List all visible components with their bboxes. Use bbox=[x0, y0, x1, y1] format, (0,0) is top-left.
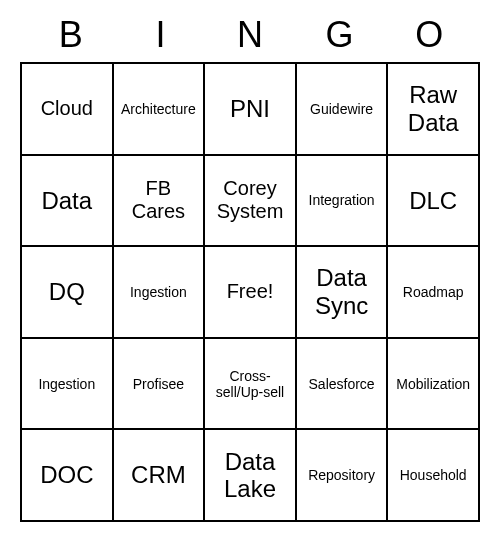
bingo-cell[interactable]: Repository bbox=[296, 429, 388, 521]
bingo-cell[interactable]: Corey System bbox=[204, 155, 296, 247]
bingo-cell[interactable]: Data Sync bbox=[296, 246, 388, 338]
bingo-header: B I N G O bbox=[20, 14, 480, 56]
bingo-grid: Cloud Architecture PNI Guidewire Raw Dat… bbox=[20, 62, 480, 522]
bingo-cell[interactable]: Profisee bbox=[113, 338, 205, 430]
bingo-cell[interactable]: Household bbox=[387, 429, 479, 521]
bingo-cell-free[interactable]: Free! bbox=[204, 246, 296, 338]
bingo-cell[interactable]: DQ bbox=[21, 246, 113, 338]
bingo-cell[interactable]: Guidewire bbox=[296, 63, 388, 155]
bingo-cell[interactable]: Integration bbox=[296, 155, 388, 247]
header-letter-o: O bbox=[384, 14, 474, 56]
bingo-cell[interactable]: Architecture bbox=[113, 63, 205, 155]
bingo-cell[interactable]: CRM bbox=[113, 429, 205, 521]
bingo-cell[interactable]: Roadmap bbox=[387, 246, 479, 338]
bingo-cell[interactable]: Raw Data bbox=[387, 63, 479, 155]
bingo-cell[interactable]: Data Lake bbox=[204, 429, 296, 521]
header-letter-i: I bbox=[116, 14, 206, 56]
header-letter-n: N bbox=[205, 14, 295, 56]
bingo-cell[interactable]: Mobilization bbox=[387, 338, 479, 430]
bingo-cell[interactable]: Ingestion bbox=[21, 338, 113, 430]
header-letter-b: B bbox=[26, 14, 116, 56]
bingo-cell[interactable]: PNI bbox=[204, 63, 296, 155]
bingo-cell[interactable]: Cloud bbox=[21, 63, 113, 155]
bingo-cell[interactable]: DOC bbox=[21, 429, 113, 521]
bingo-cell[interactable]: FB Cares bbox=[113, 155, 205, 247]
header-letter-g: G bbox=[295, 14, 385, 56]
bingo-cell[interactable]: Cross-sell/Up-sell bbox=[204, 338, 296, 430]
bingo-cell[interactable]: Salesforce bbox=[296, 338, 388, 430]
bingo-cell[interactable]: Ingestion bbox=[113, 246, 205, 338]
bingo-cell[interactable]: Data bbox=[21, 155, 113, 247]
bingo-cell[interactable]: DLC bbox=[387, 155, 479, 247]
